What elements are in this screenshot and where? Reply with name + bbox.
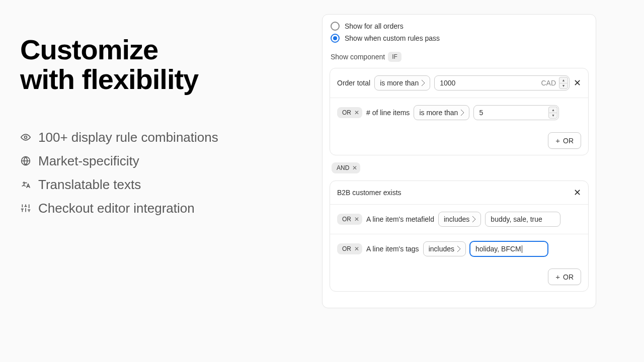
show-component-text: Show component (331, 53, 385, 61)
operator-select[interactable]: includes (438, 212, 481, 227)
number-input[interactable]: 5 ▲▼ (473, 105, 559, 120)
show-component-label: Show component IF (331, 52, 589, 62)
if-badge: IF (388, 52, 401, 62)
rule-field-label: B2B customer exists (337, 189, 401, 197)
feature-list: 100+ display rule combinations Market-sp… (20, 130, 262, 216)
rule-field-label: A line item's metafield (366, 215, 434, 223)
text-cursor (522, 245, 522, 253)
or-button-label: OR (563, 137, 574, 145)
translate-icon (20, 179, 31, 190)
radio-icon (331, 34, 340, 43)
radio-label: Show when custom rules pass (345, 34, 440, 42)
globe-icon (20, 155, 31, 166)
and-chip[interactable]: AND ✕ (332, 162, 360, 173)
feature-text: Translatable texts (38, 177, 141, 193)
rule-field-label: Order total (337, 79, 370, 87)
close-icon[interactable]: ✕ (354, 246, 359, 252)
page-heading: Customize with flexibility (20, 35, 262, 95)
feature-item: Translatable texts (20, 177, 262, 193)
rule-group-2: B2B customer exists ✕ OR ✕ A line item's… (330, 180, 589, 292)
radio-show-custom[interactable]: Show when custom rules pass (331, 34, 589, 43)
heading-line-2: with flexibility (20, 63, 198, 95)
rules-panel-container: Show for all orders Show when custom rul… (282, 0, 644, 362)
plus-icon: + (555, 136, 560, 145)
number-stepper[interactable]: ▲▼ (548, 107, 557, 119)
operator-select[interactable]: includes (423, 241, 466, 256)
feature-text: 100+ display rule combinations (38, 130, 218, 145)
radio-label: Show for all orders (345, 22, 404, 30)
rule-metafield: OR ✕ A line item's metafield includes bu… (330, 205, 588, 234)
sliders-icon (20, 203, 31, 214)
radio-icon (331, 22, 340, 31)
close-icon[interactable]: ✕ (354, 216, 359, 222)
add-or-button[interactable]: + OR (548, 132, 581, 149)
rule-line-items: OR ✕ # of line items is more than 5 ▲▼ (330, 98, 588, 127)
visibility-radio-group: Show for all orders Show when custom rul… (330, 22, 589, 43)
svg-point-0 (25, 136, 27, 139)
tags-input-focused[interactable]: holiday, BFCM (470, 241, 548, 256)
close-icon[interactable]: ✕ (352, 165, 357, 171)
rule-group-1: Order total is more than 1000 CAD ▲▼ ✕ O… (330, 68, 589, 155)
feature-item: 100+ display rule combinations (20, 130, 262, 145)
marketing-copy: Customize with flexibility 100+ display … (0, 0, 282, 362)
rule-field-label: # of line items (366, 109, 410, 117)
or-chip[interactable]: OR ✕ (337, 214, 362, 225)
number-stepper[interactable]: ▲▼ (559, 77, 568, 89)
or-chip[interactable]: OR ✕ (337, 243, 362, 254)
rule-b2b-exists: B2B customer exists ✕ (330, 181, 588, 205)
amount-input[interactable]: 1000 CAD ▲▼ (434, 75, 570, 90)
or-chip[interactable]: OR ✕ (337, 107, 362, 118)
remove-rule-button[interactable]: ✕ (574, 78, 581, 87)
add-or-button[interactable]: + OR (548, 268, 581, 285)
or-button-label: OR (563, 273, 574, 281)
feature-text: Checkout editor integration (38, 201, 195, 216)
feature-item: Checkout editor integration (20, 201, 262, 216)
operator-select[interactable]: is more than (374, 75, 430, 90)
remove-rule-button[interactable]: ✕ (574, 188, 581, 197)
rule-field-label: A line item's tags (366, 245, 419, 253)
heading-line-1: Customize (20, 34, 158, 65)
currency-suffix: CAD (536, 79, 556, 87)
plus-icon: + (555, 273, 560, 281)
group-footer: + OR (330, 127, 588, 155)
operator-select[interactable]: is more than (414, 105, 469, 120)
radio-show-all[interactable]: Show for all orders (331, 22, 589, 31)
and-connector: AND ✕ (332, 162, 589, 173)
rule-tags: OR ✕ A line item's tags includes holiday… (330, 234, 588, 263)
close-icon[interactable]: ✕ (354, 110, 359, 116)
rule-order-total: Order total is more than 1000 CAD ▲▼ ✕ (330, 68, 588, 98)
eye-icon (20, 132, 31, 143)
feature-item: Market-specificity (20, 153, 262, 169)
feature-text: Market-specificity (38, 153, 139, 169)
tags-input[interactable]: buddy, sale, true (485, 212, 560, 227)
group-footer: + OR (330, 263, 588, 291)
rules-card: Show for all orders Show when custom rul… (322, 14, 596, 308)
